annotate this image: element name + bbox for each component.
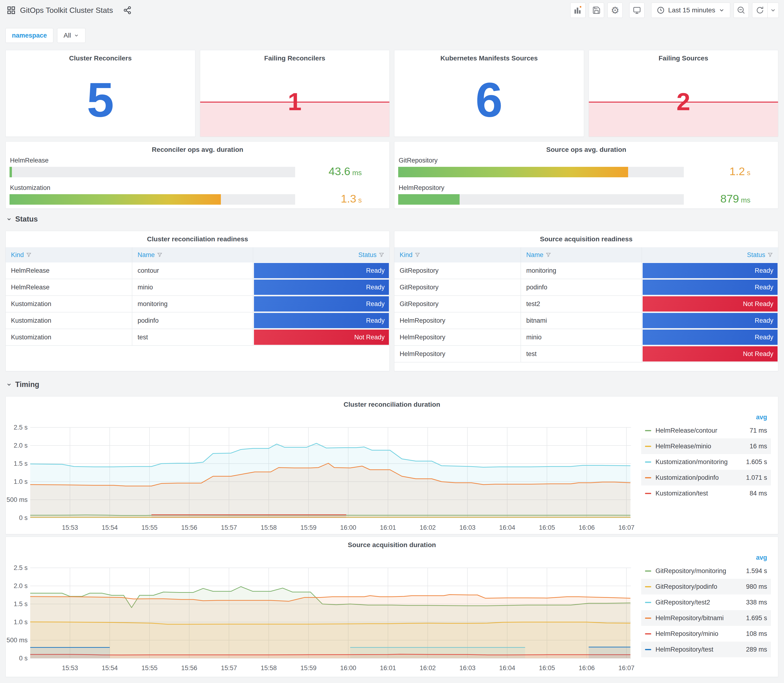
column-header-kind[interactable]: Kind: [6, 247, 132, 263]
namespace-variable-select[interactable]: All: [57, 28, 85, 43]
svg-text:1.0 s: 1.0 s: [14, 478, 27, 485]
table-row[interactable]: Kustomization podinfo Ready: [6, 313, 390, 329]
share-icon[interactable]: [123, 6, 131, 14]
series-name: GitRepository/test2: [656, 599, 746, 606]
svg-text:500 ms: 500 ms: [6, 637, 27, 644]
gauge-reconciler-ops[interactable]: Reconciler ops avg. duration HelmRelease…: [5, 141, 390, 209]
svg-text:16:05: 16:05: [539, 524, 555, 531]
svg-text:2.5 s: 2.5 s: [14, 564, 27, 571]
table-cluster-readiness[interactable]: Cluster reconciliation readiness Kind Na…: [5, 231, 390, 371]
table-row[interactable]: HelmRelease minio Ready: [6, 279, 390, 296]
add-panel-icon: [573, 6, 582, 15]
cell-kind: HelmRelease: [6, 279, 132, 295]
time-range-picker[interactable]: Last 15 minutes: [651, 3, 730, 18]
legend-item[interactable]: Kustomization/test 84 ms: [641, 486, 771, 501]
table-row[interactable]: HelmRepository minio Ready: [394, 329, 778, 346]
svg-text:16:05: 16:05: [539, 664, 555, 672]
filter-icon[interactable]: [26, 252, 31, 258]
stat-failing-reconcilers[interactable]: Failing Reconcilers 1: [200, 50, 390, 137]
status-badge: Ready: [254, 296, 389, 311]
legend-item[interactable]: HelmRepository/test 289 ms: [641, 641, 771, 657]
column-header-kind[interactable]: Kind: [394, 247, 521, 263]
series-color-swatch: [645, 617, 651, 619]
legend-item[interactable]: HelmRelease/minio 16 ms: [641, 438, 771, 454]
chart-legend: avg HelmRelease/contour 71 ms HelmReleas…: [641, 412, 771, 501]
chart-source-acquisition-duration[interactable]: Source acquisition duration 0 s500 ms1.0…: [5, 537, 778, 677]
svg-text:15:57: 15:57: [221, 664, 237, 672]
svg-text:16:04: 16:04: [499, 664, 515, 672]
cell-status: Ready: [253, 313, 390, 329]
legend-item[interactable]: HelmRelease/contour 71 ms: [641, 423, 771, 438]
cycle-view-button[interactable]: [629, 3, 645, 18]
dashboard-grid-icon[interactable]: [6, 6, 16, 15]
svg-text:16:06: 16:06: [579, 524, 595, 531]
column-header-name[interactable]: Name: [521, 247, 642, 263]
column-header-status[interactable]: Status: [253, 247, 390, 263]
table-row[interactable]: Kustomization test Not Ready: [6, 329, 390, 346]
column-header-status[interactable]: Status: [642, 247, 778, 263]
table-row[interactable]: HelmRepository test Not Ready: [394, 346, 778, 362]
table-row[interactable]: GitRepository monitoring Ready: [394, 263, 778, 279]
series-color-swatch: [645, 446, 651, 447]
series-name: GitRepository/podinfo: [656, 583, 746, 590]
svg-text:15:54: 15:54: [102, 664, 118, 672]
dashboard-title: GitOps Toolkit Cluster Stats: [20, 6, 113, 15]
svg-text:2.0 s: 2.0 s: [14, 582, 27, 590]
cell-kind: GitRepository: [394, 296, 521, 312]
filter-icon[interactable]: [379, 252, 384, 258]
refresh-button[interactable]: [752, 3, 768, 18]
section-timing[interactable]: Timing: [6, 380, 39, 389]
table-row[interactable]: GitRepository podinfo Ready: [394, 279, 778, 296]
column-header-name[interactable]: Name: [132, 247, 253, 263]
gauge-source-ops[interactable]: Source ops avg. duration GitRepository 1…: [394, 141, 778, 209]
table-row[interactable]: Kustomization monitoring Ready: [6, 296, 390, 313]
save-dashboard-button[interactable]: [589, 3, 604, 18]
table-row[interactable]: GitRepository test2 Not Ready: [394, 296, 778, 313]
legend-item[interactable]: HelmRepository/bitnami 1.695 s: [641, 610, 771, 626]
table-source-readiness[interactable]: Source acquisition readiness Kind Name S…: [394, 231, 778, 371]
cell-name: monitoring: [521, 263, 642, 279]
cell-name: podinfo: [132, 313, 253, 329]
legend-item[interactable]: GitRepository/test2 338 ms: [641, 595, 771, 610]
cell-name: monitoring: [132, 296, 253, 312]
filter-icon[interactable]: [768, 252, 773, 258]
legend-item[interactable]: HelmRepository/minio 108 ms: [641, 626, 771, 641]
filter-icon[interactable]: [546, 252, 551, 258]
legend-item[interactable]: GitRepository/monitoring 1.594 s: [641, 563, 771, 579]
section-status[interactable]: Status: [6, 215, 38, 223]
stat-manifest-sources[interactable]: Kubernetes Manifests Sources 6: [394, 50, 584, 137]
series-color-swatch: [645, 649, 651, 650]
chart-legend: avg GitRepository/monitoring 1.594 s Git…: [641, 552, 771, 657]
cell-kind: HelmRepository: [394, 329, 521, 345]
legend-item[interactable]: Kustomization/podinfo 1.071 s: [641, 470, 771, 486]
series-name: HelmRepository/bitnami: [656, 614, 746, 622]
zoom-out-button[interactable]: [734, 3, 749, 18]
legend-item[interactable]: GitRepository/podinfo 980 ms: [641, 579, 771, 595]
dashboard-settings-button[interactable]: ⚙: [608, 3, 623, 18]
filter-icon[interactable]: [157, 252, 162, 258]
filter-icon[interactable]: [415, 252, 420, 258]
stat-failing-sources[interactable]: Failing Sources 2: [588, 50, 779, 137]
svg-text:16:03: 16:03: [459, 524, 476, 531]
cell-name: minio: [132, 279, 253, 295]
legend-item[interactable]: Kustomization/monitoring 1.605 s: [641, 454, 771, 470]
cell-name: test: [521, 346, 642, 362]
chart-cluster-reconciliation-duration[interactable]: Cluster reconciliation duration 0 s500 m…: [5, 396, 778, 534]
bar-fill: [10, 167, 12, 177]
series-avg: 1.594 s: [746, 568, 767, 575]
add-panel-button[interactable]: [570, 3, 585, 18]
status-badge: Ready: [254, 280, 389, 295]
cell-status: Not Ready: [642, 296, 778, 312]
table-row[interactable]: HelmRepository bitnami Ready: [394, 313, 778, 329]
top-bar: GitOps Toolkit Cluster Stats ⚙ Last 15 m…: [6, 2, 779, 18]
status-tables-row: Cluster reconciliation readiness Kind Na…: [5, 231, 778, 371]
status-badge: Ready: [643, 313, 778, 328]
gauge-panels-row: Reconciler ops avg. duration HelmRelease…: [5, 141, 778, 209]
table-row[interactable]: HelmRelease contour Ready: [6, 263, 390, 279]
svg-text:0 s: 0 s: [19, 514, 27, 521]
bar-gauge: 879ms: [398, 194, 774, 205]
status-badge: Not Ready: [643, 346, 778, 361]
svg-text:15:55: 15:55: [141, 524, 157, 531]
stat-cluster-reconcilers[interactable]: Cluster Reconcilers 5: [5, 50, 196, 137]
refresh-interval-button[interactable]: [768, 3, 779, 18]
